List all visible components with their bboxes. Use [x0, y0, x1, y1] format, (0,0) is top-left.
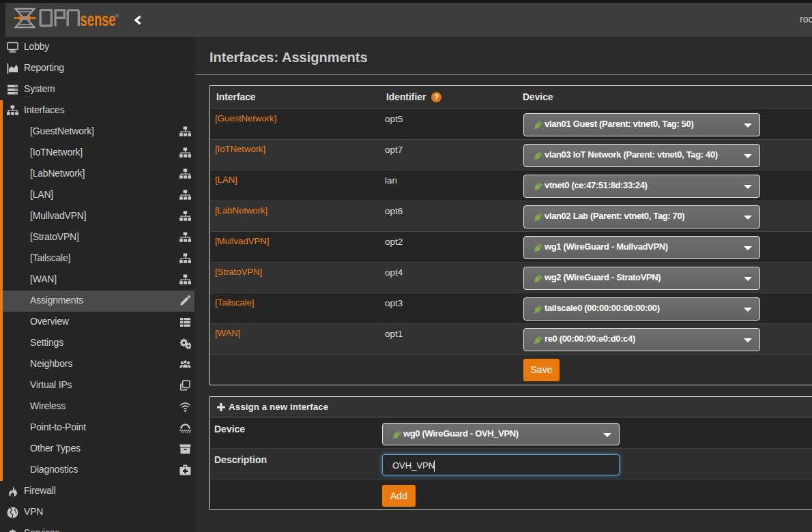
svg-text:®: ® [115, 13, 120, 20]
svg-text:sense: sense [81, 9, 116, 30]
